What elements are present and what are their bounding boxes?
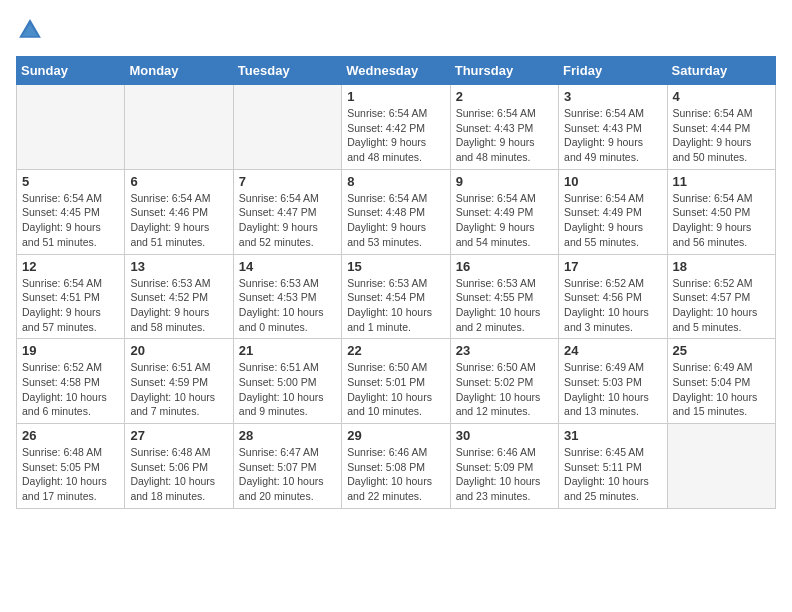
- day-info: Sunrise: 6:54 AMSunset: 4:46 PMDaylight:…: [130, 191, 227, 250]
- day-number: 26: [22, 428, 119, 443]
- day-info: Sunrise: 6:50 AMSunset: 5:02 PMDaylight:…: [456, 360, 553, 419]
- calendar-day-cell: [125, 85, 233, 170]
- day-info: Sunrise: 6:51 AMSunset: 5:00 PMDaylight:…: [239, 360, 336, 419]
- day-info: Sunrise: 6:54 AMSunset: 4:50 PMDaylight:…: [673, 191, 770, 250]
- day-info: Sunrise: 6:54 AMSunset: 4:44 PMDaylight:…: [673, 106, 770, 165]
- calendar-day-cell: 29Sunrise: 6:46 AMSunset: 5:08 PMDayligh…: [342, 424, 450, 509]
- day-number: 3: [564, 89, 661, 104]
- day-number: 21: [239, 343, 336, 358]
- calendar-day-cell: 19Sunrise: 6:52 AMSunset: 4:58 PMDayligh…: [17, 339, 125, 424]
- day-number: 17: [564, 259, 661, 274]
- calendar-day-cell: 25Sunrise: 6:49 AMSunset: 5:04 PMDayligh…: [667, 339, 775, 424]
- calendar-day-cell: 12Sunrise: 6:54 AMSunset: 4:51 PMDayligh…: [17, 254, 125, 339]
- day-number: 31: [564, 428, 661, 443]
- day-info: Sunrise: 6:46 AMSunset: 5:08 PMDaylight:…: [347, 445, 444, 504]
- logo: [16, 16, 48, 44]
- day-info: Sunrise: 6:54 AMSunset: 4:51 PMDaylight:…: [22, 276, 119, 335]
- day-number: 6: [130, 174, 227, 189]
- calendar-day-cell: 8Sunrise: 6:54 AMSunset: 4:48 PMDaylight…: [342, 169, 450, 254]
- day-number: 15: [347, 259, 444, 274]
- calendar-day-cell: 22Sunrise: 6:50 AMSunset: 5:01 PMDayligh…: [342, 339, 450, 424]
- day-number: 30: [456, 428, 553, 443]
- logo-icon: [16, 16, 44, 44]
- calendar-day-cell: 23Sunrise: 6:50 AMSunset: 5:02 PMDayligh…: [450, 339, 558, 424]
- calendar-day-cell: 4Sunrise: 6:54 AMSunset: 4:44 PMDaylight…: [667, 85, 775, 170]
- day-info: Sunrise: 6:46 AMSunset: 5:09 PMDaylight:…: [456, 445, 553, 504]
- weekday-header: Tuesday: [233, 57, 341, 85]
- day-number: 29: [347, 428, 444, 443]
- day-number: 11: [673, 174, 770, 189]
- calendar-day-cell: [667, 424, 775, 509]
- day-number: 19: [22, 343, 119, 358]
- page-header: [16, 16, 776, 44]
- calendar-day-cell: 17Sunrise: 6:52 AMSunset: 4:56 PMDayligh…: [559, 254, 667, 339]
- calendar-day-cell: 10Sunrise: 6:54 AMSunset: 4:49 PMDayligh…: [559, 169, 667, 254]
- calendar-day-cell: 13Sunrise: 6:53 AMSunset: 4:52 PMDayligh…: [125, 254, 233, 339]
- day-number: 12: [22, 259, 119, 274]
- day-info: Sunrise: 6:54 AMSunset: 4:47 PMDaylight:…: [239, 191, 336, 250]
- calendar-table: SundayMondayTuesdayWednesdayThursdayFrid…: [16, 56, 776, 509]
- calendar-day-cell: 28Sunrise: 6:47 AMSunset: 5:07 PMDayligh…: [233, 424, 341, 509]
- day-info: Sunrise: 6:49 AMSunset: 5:03 PMDaylight:…: [564, 360, 661, 419]
- calendar-day-cell: 9Sunrise: 6:54 AMSunset: 4:49 PMDaylight…: [450, 169, 558, 254]
- calendar-day-cell: 31Sunrise: 6:45 AMSunset: 5:11 PMDayligh…: [559, 424, 667, 509]
- calendar-day-cell: 27Sunrise: 6:48 AMSunset: 5:06 PMDayligh…: [125, 424, 233, 509]
- day-number: 28: [239, 428, 336, 443]
- day-info: Sunrise: 6:48 AMSunset: 5:05 PMDaylight:…: [22, 445, 119, 504]
- calendar-week-row: 26Sunrise: 6:48 AMSunset: 5:05 PMDayligh…: [17, 424, 776, 509]
- day-info: Sunrise: 6:53 AMSunset: 4:53 PMDaylight:…: [239, 276, 336, 335]
- calendar-day-cell: 15Sunrise: 6:53 AMSunset: 4:54 PMDayligh…: [342, 254, 450, 339]
- day-number: 7: [239, 174, 336, 189]
- calendar-week-row: 1Sunrise: 6:54 AMSunset: 4:42 PMDaylight…: [17, 85, 776, 170]
- calendar-week-row: 5Sunrise: 6:54 AMSunset: 4:45 PMDaylight…: [17, 169, 776, 254]
- day-info: Sunrise: 6:54 AMSunset: 4:49 PMDaylight:…: [456, 191, 553, 250]
- day-number: 27: [130, 428, 227, 443]
- weekday-header: Saturday: [667, 57, 775, 85]
- day-number: 24: [564, 343, 661, 358]
- calendar-day-cell: 1Sunrise: 6:54 AMSunset: 4:42 PMDaylight…: [342, 85, 450, 170]
- day-info: Sunrise: 6:54 AMSunset: 4:49 PMDaylight:…: [564, 191, 661, 250]
- calendar-day-cell: [17, 85, 125, 170]
- calendar-day-cell: [233, 85, 341, 170]
- day-info: Sunrise: 6:53 AMSunset: 4:54 PMDaylight:…: [347, 276, 444, 335]
- weekday-header: Thursday: [450, 57, 558, 85]
- day-info: Sunrise: 6:53 AMSunset: 4:55 PMDaylight:…: [456, 276, 553, 335]
- day-number: 25: [673, 343, 770, 358]
- calendar-day-cell: 7Sunrise: 6:54 AMSunset: 4:47 PMDaylight…: [233, 169, 341, 254]
- day-number: 20: [130, 343, 227, 358]
- calendar-day-cell: 30Sunrise: 6:46 AMSunset: 5:09 PMDayligh…: [450, 424, 558, 509]
- calendar-day-cell: 6Sunrise: 6:54 AMSunset: 4:46 PMDaylight…: [125, 169, 233, 254]
- day-number: 22: [347, 343, 444, 358]
- day-number: 8: [347, 174, 444, 189]
- calendar-day-cell: 5Sunrise: 6:54 AMSunset: 4:45 PMDaylight…: [17, 169, 125, 254]
- day-info: Sunrise: 6:48 AMSunset: 5:06 PMDaylight:…: [130, 445, 227, 504]
- calendar-header-row: SundayMondayTuesdayWednesdayThursdayFrid…: [17, 57, 776, 85]
- day-info: Sunrise: 6:50 AMSunset: 5:01 PMDaylight:…: [347, 360, 444, 419]
- weekday-header: Monday: [125, 57, 233, 85]
- day-number: 10: [564, 174, 661, 189]
- calendar-day-cell: 16Sunrise: 6:53 AMSunset: 4:55 PMDayligh…: [450, 254, 558, 339]
- day-info: Sunrise: 6:52 AMSunset: 4:56 PMDaylight:…: [564, 276, 661, 335]
- day-number: 18: [673, 259, 770, 274]
- weekday-header: Wednesday: [342, 57, 450, 85]
- day-info: Sunrise: 6:54 AMSunset: 4:43 PMDaylight:…: [564, 106, 661, 165]
- day-info: Sunrise: 6:54 AMSunset: 4:43 PMDaylight:…: [456, 106, 553, 165]
- day-info: Sunrise: 6:54 AMSunset: 4:48 PMDaylight:…: [347, 191, 444, 250]
- calendar-week-row: 19Sunrise: 6:52 AMSunset: 4:58 PMDayligh…: [17, 339, 776, 424]
- day-info: Sunrise: 6:49 AMSunset: 5:04 PMDaylight:…: [673, 360, 770, 419]
- day-number: 16: [456, 259, 553, 274]
- day-info: Sunrise: 6:54 AMSunset: 4:45 PMDaylight:…: [22, 191, 119, 250]
- calendar-day-cell: 3Sunrise: 6:54 AMSunset: 4:43 PMDaylight…: [559, 85, 667, 170]
- day-number: 1: [347, 89, 444, 104]
- weekday-header: Sunday: [17, 57, 125, 85]
- calendar-day-cell: 2Sunrise: 6:54 AMSunset: 4:43 PMDaylight…: [450, 85, 558, 170]
- calendar-day-cell: 14Sunrise: 6:53 AMSunset: 4:53 PMDayligh…: [233, 254, 341, 339]
- day-number: 13: [130, 259, 227, 274]
- calendar-week-row: 12Sunrise: 6:54 AMSunset: 4:51 PMDayligh…: [17, 254, 776, 339]
- calendar-day-cell: 20Sunrise: 6:51 AMSunset: 4:59 PMDayligh…: [125, 339, 233, 424]
- day-number: 2: [456, 89, 553, 104]
- calendar-day-cell: 26Sunrise: 6:48 AMSunset: 5:05 PMDayligh…: [17, 424, 125, 509]
- day-number: 5: [22, 174, 119, 189]
- calendar-day-cell: 11Sunrise: 6:54 AMSunset: 4:50 PMDayligh…: [667, 169, 775, 254]
- day-info: Sunrise: 6:47 AMSunset: 5:07 PMDaylight:…: [239, 445, 336, 504]
